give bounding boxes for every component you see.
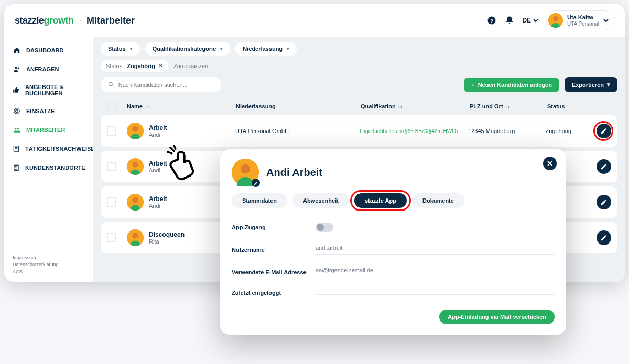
sidebar-item-label: DASHBOARD bbox=[26, 47, 64, 53]
sort-icon: ↓↑ bbox=[505, 104, 510, 109]
sidebar-item-label: TÄTIGKEITSNACHWEISE bbox=[25, 146, 95, 152]
sidebar-item-kundenstandorte[interactable]: KUNDENSTANDORTE bbox=[7, 158, 90, 177]
row-plz: 12345 Magdeburg bbox=[468, 128, 541, 134]
bell-icon[interactable] bbox=[504, 15, 515, 26]
send-invite-button[interactable]: App-Einladung via Mail verschicken bbox=[439, 310, 555, 324]
row-checkbox[interactable] bbox=[107, 162, 116, 171]
toggle-app-zugang[interactable] bbox=[316, 223, 333, 232]
col-niederlassung[interactable]: Niederlassung bbox=[236, 103, 356, 109]
close-icon bbox=[547, 160, 553, 167]
chevron-down-icon bbox=[603, 18, 609, 23]
filter-label: Status bbox=[108, 46, 126, 52]
plus-icon: + bbox=[471, 82, 474, 88]
avatar bbox=[127, 229, 144, 246]
add-candidate-button[interactable]: + Neuen Kandidaten anlegen bbox=[464, 78, 559, 92]
avatar bbox=[127, 158, 144, 175]
row-checkbox[interactable] bbox=[107, 233, 116, 242]
svg-point-21 bbox=[241, 164, 250, 173]
sidebar-item-label: MITARBEITER bbox=[26, 127, 65, 133]
button-label: Neuen Kandidaten anlegen bbox=[478, 82, 552, 88]
panel-header: Andi Arbeit bbox=[232, 159, 555, 186]
table-row[interactable]: ArbeitAndi UTA Personal GmbH Lagerfachhe… bbox=[101, 115, 617, 147]
filter-row: Status▾ Qualifikationskategorie▾ Niederl… bbox=[101, 42, 617, 56]
person-plus-icon bbox=[13, 65, 21, 73]
tab-dokumente[interactable]: Dokumente bbox=[412, 193, 464, 208]
row-checkbox[interactable] bbox=[107, 197, 116, 207]
tab-stammdaten[interactable]: Stammdaten bbox=[232, 193, 287, 208]
chevron-down-icon: ▾ bbox=[287, 46, 289, 51]
svg-point-11 bbox=[109, 82, 112, 86]
col-plz[interactable]: PLZ und Ort bbox=[470, 103, 503, 109]
search-icon bbox=[108, 81, 114, 88]
chevron-down-icon: ▾ bbox=[130, 46, 133, 51]
language-label: DE bbox=[522, 17, 531, 24]
thumbs-icon bbox=[13, 86, 20, 94]
link-agb[interactable]: AGB bbox=[13, 269, 84, 276]
row-niederlassung: UTA Personal GmbH bbox=[235, 128, 355, 134]
filter-tag-status[interactable]: Status: Zugehörig ✕ bbox=[101, 60, 168, 72]
search-input[interactable] bbox=[118, 82, 214, 88]
chevron-down-icon: ▾ bbox=[220, 46, 223, 51]
link-impressum[interactable]: Impressum bbox=[13, 255, 84, 262]
tab-stazzle-app[interactable]: stazzle App bbox=[354, 193, 407, 208]
building-icon bbox=[13, 163, 20, 172]
field-label: Zuletzt eingeloggt bbox=[232, 290, 316, 296]
row-firstname: Rita bbox=[149, 238, 185, 245]
home-icon bbox=[13, 46, 21, 54]
svg-point-5 bbox=[14, 108, 20, 114]
col-qualifikation[interactable]: Qualifikation bbox=[361, 103, 396, 109]
edit-button[interactable] bbox=[597, 195, 611, 209]
help-icon[interactable]: ? bbox=[486, 15, 497, 26]
document-icon bbox=[13, 145, 20, 153]
tabs: Stammdaten Abwesenheit stazzle App Dokum… bbox=[232, 193, 555, 208]
export-button[interactable]: Exportieren ▾ bbox=[565, 77, 617, 92]
edit-avatar-button[interactable] bbox=[252, 179, 260, 187]
filter-status[interactable]: Status▾ bbox=[101, 42, 140, 56]
close-button[interactable] bbox=[543, 157, 557, 170]
sidebar-item-taetigkeit[interactable]: TÄTIGKEITSNACHWEISE bbox=[7, 139, 90, 158]
edit-button[interactable] bbox=[597, 124, 611, 138]
avatar bbox=[548, 13, 563, 28]
form-row-username: Nutzername andi.arbeit bbox=[232, 238, 555, 261]
edit-button[interactable] bbox=[597, 230, 611, 245]
sidebar-item-label: KUNDENSTANDORTE bbox=[25, 164, 85, 171]
svg-point-3 bbox=[553, 16, 558, 21]
col-name[interactable]: Name bbox=[127, 103, 143, 109]
svg-rect-10 bbox=[14, 165, 18, 170]
edit-button[interactable] bbox=[597, 159, 611, 174]
toolbar: + Neuen Kandidaten anlegen Exportieren ▾ bbox=[101, 77, 617, 92]
sidebar-item-label: ANFRAGEN bbox=[26, 66, 59, 72]
col-status[interactable]: Status bbox=[547, 103, 594, 109]
row-name: Arbeit bbox=[149, 160, 167, 167]
field-value[interactable]: andi.arbeit bbox=[316, 245, 555, 255]
tab-abwesenheit[interactable]: Abwesenheit bbox=[292, 193, 349, 208]
select-all-checkbox[interactable] bbox=[107, 102, 116, 111]
field-value[interactable]: aa@irgendeinemail.de bbox=[316, 267, 555, 277]
topbar-actions: ? DE Uta Kaltw UTA Personal bbox=[486, 10, 614, 30]
form-row-email: Verwendete E-Mail Adresse aa@irgendeinem… bbox=[232, 261, 555, 283]
sort-icon: ↓↑ bbox=[145, 104, 149, 109]
page-title: Mitarbeiter bbox=[86, 15, 135, 26]
sidebar-item-anfragen[interactable]: ANFRAGEN bbox=[7, 60, 90, 79]
user-menu[interactable]: Uta Kaltw UTA Personal bbox=[546, 10, 614, 30]
avatar bbox=[127, 123, 144, 139]
sidebar-item-einsaetze[interactable]: EINSÄTZE bbox=[7, 102, 90, 120]
form-row-lastlogin: Zuletzt eingeloggt bbox=[232, 283, 555, 302]
sidebar-item-angebote[interactable]: ANGEBOTE & BUCHUNGEN bbox=[7, 79, 90, 102]
footer-links: Impressum Datenschutzerklärung AGB bbox=[7, 251, 90, 282]
row-checkbox[interactable] bbox=[107, 126, 116, 136]
reset-filters[interactable]: Zurücksetzen bbox=[173, 63, 208, 69]
link-datenschutz[interactable]: Datenschutzerklärung bbox=[13, 261, 84, 269]
language-selector[interactable]: DE bbox=[522, 17, 538, 24]
row-name: Arbeit bbox=[149, 124, 167, 131]
row-qualifikation: Lagerfachhelfer/in (§66 BBiG/§42m HWO) bbox=[360, 128, 464, 134]
filter-niederlassung[interactable]: Niederlassung▾ bbox=[235, 42, 297, 56]
filter-qualifikation[interactable]: Qualifikationskategorie▾ bbox=[145, 42, 231, 56]
field-label: Nutzername bbox=[232, 247, 316, 253]
user-org: UTA Personal bbox=[567, 21, 599, 27]
search-box[interactable] bbox=[101, 77, 221, 92]
chevron-down-icon bbox=[533, 18, 538, 23]
sidebar-item-mitarbeiter[interactable]: MITARBEITER bbox=[7, 120, 90, 139]
svg-point-8 bbox=[17, 128, 19, 130]
sidebar-item-dashboard[interactable]: DASHBOARD bbox=[7, 41, 90, 60]
